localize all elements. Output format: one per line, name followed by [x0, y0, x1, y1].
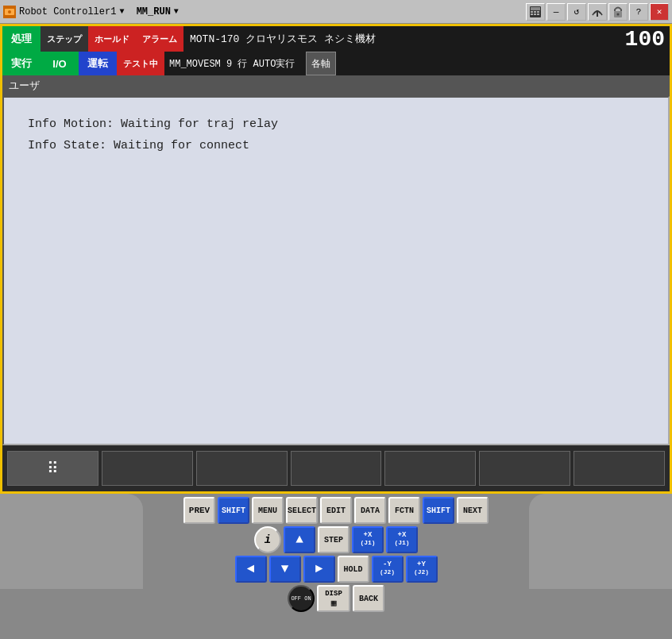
user-label: ユーザ — [9, 79, 40, 93]
content-area: Info Motion: Waiting for traj relay Info… — [2, 96, 670, 445]
info-bar: MOTN-170 クロヤリスモス ネシミ機材 — [183, 26, 622, 52]
svg-point-2 — [8, 10, 11, 13]
plus-x2-label: +X(J1) — [394, 532, 409, 548]
window-controls: — ↺ ? ✕ — [526, 3, 669, 21]
minus-y-j2-key[interactable]: -Y(J2) — [372, 556, 404, 583]
help-icon-btn[interactable]: ? — [629, 3, 648, 21]
func-key-6[interactable] — [479, 451, 570, 486]
toolbar-row2: 実行 I/O 運転 テスト中 MM_MOVESM 9 行 AUTO実行 各軸 — [2, 52, 670, 75]
svg-rect-8 — [531, 13, 533, 15]
svg-rect-6 — [534, 11, 536, 13]
jikko-button[interactable]: 実行 — [2, 52, 41, 75]
antenna-icon-btn[interactable] — [588, 3, 607, 21]
func-key-7[interactable] — [574, 451, 665, 486]
minus-y-label: -Y(J2) — [380, 561, 395, 577]
right-hand — [529, 494, 672, 589]
keyboard-row2: i ▲ STEP +X(J1) +X(J1) — [254, 526, 418, 553]
svg-point-13 — [617, 13, 620, 15]
up-arrow-key[interactable]: ▲ — [284, 526, 315, 553]
kakujiku-tag: 各軸 — [306, 52, 336, 75]
movesm-text: MM_MOVESM 9 行 AUTO実行 — [169, 57, 295, 71]
keyboard-center: PREV SHIFT MENU SELECT EDIT DATA FCTN SH… — [143, 494, 529, 589]
select-key[interactable]: SELECT — [286, 497, 318, 524]
grid-icon: ⠿ — [47, 459, 59, 479]
keyboard-row4: OFF ON DISP ▦ BACK — [288, 585, 384, 612]
hold-button[interactable]: ホールド — [88, 26, 136, 52]
close-button[interactable]: ✕ — [650, 3, 669, 21]
edit-key[interactable]: EDIT — [320, 497, 352, 524]
menu-key[interactable]: MENU — [252, 497, 284, 524]
info-line1: Info Motion: Waiting for traj relay — [28, 114, 644, 135]
tesuto-button[interactable]: テスト中 — [117, 52, 164, 75]
plus-y-label: +Y(J2) — [414, 561, 429, 577]
title-dropdown2[interactable]: ▼ — [174, 7, 179, 16]
app-icon — [3, 6, 16, 18]
func-key-5[interactable] — [384, 451, 476, 486]
back-key[interactable]: BACK — [353, 585, 384, 612]
io-button[interactable]: I/O — [41, 52, 79, 75]
svg-rect-7 — [537, 11, 539, 13]
plus-x-j1-key[interactable]: +X(J1) — [352, 526, 384, 553]
func-key-3[interactable] — [196, 451, 288, 486]
mode-label: MM_RUN — [137, 6, 171, 17]
robot-hands-area: PREV SHIFT MENU SELECT EDIT DATA FCTN SH… — [0, 494, 672, 589]
fctn-key[interactable]: FCTN — [388, 497, 420, 524]
left-arrow-key[interactable]: ◄ — [235, 556, 267, 583]
disp-icon: ▦ — [331, 598, 337, 608]
info-key[interactable]: i — [254, 526, 281, 553]
step-button[interactable]: ステップ — [41, 26, 88, 52]
svg-rect-9 — [534, 13, 536, 15]
right-arrow-key[interactable]: ► — [303, 556, 335, 583]
shift2-key[interactable]: SHIFT — [423, 497, 454, 524]
title-left: Robot Controller1 ▼ MM_RUN ▼ — [3, 6, 179, 18]
power-key[interactable]: OFF ON — [288, 585, 315, 612]
func-key-2[interactable] — [102, 451, 193, 486]
next-key[interactable]: NEXT — [457, 497, 489, 524]
plus-x-j1-key2[interactable]: +X(J1) — [386, 526, 418, 553]
info-text1: MOTN-170 クロヤリスモス ネシミ機材 — [190, 32, 376, 46]
main-wrapper: 処理 ステップ ホールド アラーム MOTN-170 クロヤリスモス ネシミ機材… — [0, 24, 672, 494]
user-bar: ユーザ — [2, 75, 670, 96]
unten-button[interactable]: 運転 — [79, 52, 117, 75]
toolbar-row1: 処理 ステップ ホールド アラーム MOTN-170 クロヤリスモス ネシミ機材… — [2, 26, 670, 52]
svg-rect-5 — [531, 11, 533, 13]
keyboard-row1: PREV SHIFT MENU SELECT EDIT DATA FCTN SH… — [183, 497, 489, 524]
minus-icon-btn[interactable]: — — [546, 3, 566, 21]
disp-label: DISP — [325, 590, 342, 598]
prev-key[interactable]: PREV — [183, 497, 215, 524]
movesm-info: MM_MOVESM 9 行 AUTO実行 — [164, 52, 299, 75]
svg-rect-4 — [531, 7, 540, 10]
info-line2: Info State: Waiting for connect — [28, 135, 644, 156]
down-arrow-key[interactable]: ▼ — [269, 556, 301, 583]
title-dropdown1[interactable]: ▼ — [119, 7, 124, 16]
left-hand — [0, 494, 143, 589]
hold-key[interactable]: HOLD — [338, 556, 369, 583]
title-bar: Robot Controller1 ▼ MM_RUN ▼ — ↺ — [0, 0, 672, 24]
alarm-button[interactable]: アラーム — [136, 26, 183, 52]
speed-display: 100 — [622, 26, 670, 52]
func-key-4[interactable] — [291, 451, 382, 486]
lock-icon-btn[interactable] — [608, 3, 628, 21]
disp-key[interactable]: DISP ▦ — [317, 585, 350, 612]
func-key-1[interactable]: ⠿ — [7, 451, 98, 486]
step-key[interactable]: STEP — [318, 526, 350, 553]
calc-icon-btn[interactable] — [526, 3, 545, 21]
shori-button[interactable]: 処理 — [2, 26, 41, 52]
shift1-key[interactable]: SHIFT — [218, 497, 249, 524]
func-bar: ⠿ — [2, 445, 670, 491]
svg-rect-10 — [537, 13, 539, 15]
refresh-icon-btn[interactable]: ↺ — [567, 3, 586, 21]
controller-name: Robot Controller1 — [19, 6, 116, 17]
speed-value: 100 — [625, 27, 665, 52]
info-icon: i — [265, 533, 271, 546]
plus-y-j2-key[interactable]: +Y(J2) — [406, 556, 438, 583]
data-key[interactable]: DATA — [354, 497, 386, 524]
keyboard-row3: ◄ ▼ ► HOLD -Y(J2) +Y(J2) — [235, 556, 438, 583]
plus-x-label: +X(J1) — [360, 532, 375, 548]
